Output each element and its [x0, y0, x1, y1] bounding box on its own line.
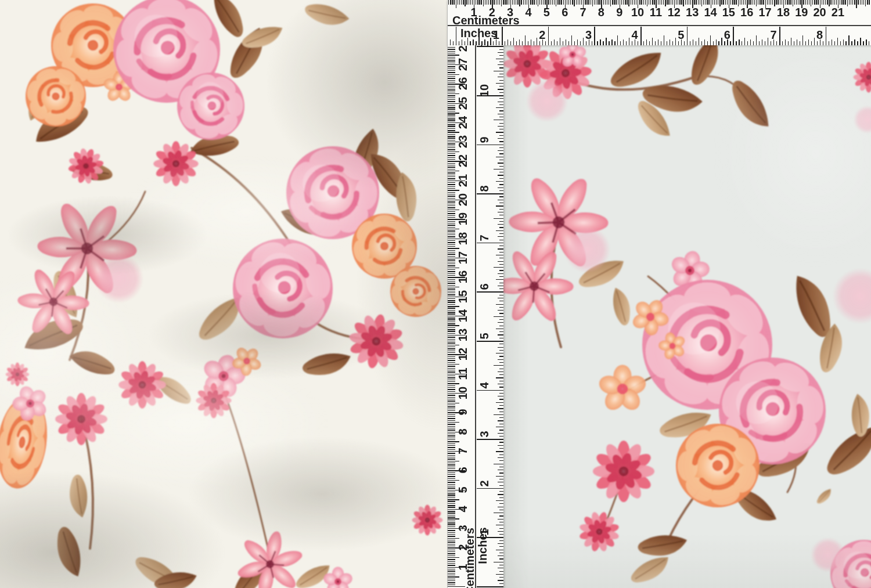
ruler-tick: [499, 405, 503, 406]
ruler-tick: [496, 500, 503, 501]
ruler-tick: [516, 0, 516, 5]
ruler-tick: [517, 0, 518, 5]
ruler-tick: [559, 0, 560, 5]
ruler-tick: [499, 49, 503, 50]
ruler-tick: [448, 395, 455, 395]
ruler-tick: [448, 455, 455, 456]
ruler-tick: [448, 136, 455, 136]
ruler-tick: [725, 0, 726, 5]
ruler-tick: [448, 447, 455, 448]
ruler-tick: [496, 574, 503, 575]
ruler-tick: [782, 0, 782, 5]
petal-blob-print: [811, 538, 845, 572]
ruler-tick: [476, 0, 476, 5]
ruler-tick: [498, 531, 503, 532]
ruler-tick: [687, 0, 688, 5]
ruler-tick: [646, 39, 647, 45]
ruler-tick: [496, 83, 503, 84]
ruler-tick: [498, 334, 503, 335]
ruler-tick: [448, 377, 455, 378]
ruler-tick: [448, 107, 455, 107]
mum-flower-print: [345, 310, 408, 373]
vertical-ruler: Centimeters Inches 123456789101112131415…: [447, 45, 503, 588]
ruler-tick: [499, 491, 503, 492]
ruler-tick: [661, 41, 661, 45]
ruler-tick: [689, 0, 689, 5]
ruler-tick: [448, 492, 455, 492]
ruler-tick: [477, 488, 503, 489]
ruler-tick: [448, 461, 459, 461]
ruler-tick: [750, 0, 751, 5]
ruler-tick: [538, 0, 538, 6]
ruler-tick: [776, 41, 777, 45]
ruler-tick: [448, 221, 455, 222]
ruler-tick: [448, 165, 455, 165]
ruler-tick: [714, 0, 715, 5]
ruler-tick: [494, 562, 503, 562]
ruler-tick: [638, 41, 638, 45]
ruler-tick: [698, 0, 699, 5]
ruler-tick: [448, 536, 455, 536]
ruler-tick: [837, 38, 838, 45]
ruler-tick: [774, 0, 775, 6]
ruler-tick: [499, 522, 503, 522]
ruler-tick: [499, 467, 503, 467]
ruler-tick: [448, 171, 459, 171]
ruler-tick: [448, 57, 455, 57]
ruler-tick: [499, 369, 503, 369]
ruler-tick: [498, 543, 503, 544]
flower-stem-print: [192, 148, 290, 244]
ruler-tick: [448, 540, 455, 540]
ruler-tick: [448, 576, 459, 577]
ruler-tick: [448, 381, 455, 382]
peach-bud-print: [597, 365, 649, 413]
ruler-tick: [537, 38, 537, 45]
ruler-tick: [448, 68, 455, 69]
ruler-tick: [448, 273, 455, 274]
ruler-tick: [448, 124, 455, 125]
ruler-tick: [858, 0, 858, 5]
ruler-tick: [448, 275, 455, 276]
ruler-tick: [498, 273, 503, 274]
ruler-tick: [477, 291, 503, 293]
ruler-tick: [761, 0, 762, 5]
cm-mark-25: 25: [457, 96, 469, 109]
ruler-tick: [860, 0, 861, 5]
ruler-tick: [448, 210, 459, 210]
ruler-tick: [649, 0, 649, 5]
ruler-tick: [499, 258, 503, 258]
ruler-tick: [501, 0, 502, 6]
cm-mark-7: 7: [580, 6, 586, 18]
ruler-tick: [829, 41, 829, 45]
ruler-tick: [701, 0, 702, 6]
ruler-tick: [499, 430, 503, 430]
inch-mark-1: 1: [493, 29, 499, 41]
ruler-tick: [658, 0, 658, 5]
ruler-tick: [763, 0, 764, 5]
ruler-tick: [496, 181, 503, 182]
cm-mark-4: 4: [457, 506, 469, 512]
brown-leaf-print: [300, 347, 354, 381]
ruler-tick: [448, 308, 455, 308]
ruler-tick: [448, 117, 455, 117]
ruler-tick: [506, 0, 507, 5]
cm-mark-15: 15: [457, 290, 469, 302]
ruler-tick: [499, 252, 503, 252]
ruler-tick: [640, 27, 642, 45]
ruler-tick: [448, 246, 455, 247]
ruler-tick: [448, 132, 459, 132]
ruler-tick: [713, 41, 714, 45]
ruler-tick: [499, 190, 503, 191]
ruler-tick: [462, 39, 462, 45]
ruler-tick: [484, 39, 485, 45]
ruler-tick: [448, 362, 455, 363]
ruler-tick: [496, 255, 503, 255]
ruler-tick: [639, 0, 640, 5]
ruler-tick: [738, 0, 739, 6]
ruler-tick: [494, 414, 503, 415]
ruler-tick: [448, 387, 455, 388]
ruler-tick: [448, 563, 455, 564]
ruler-tick: [499, 534, 503, 535]
ruler-tick: [596, 0, 596, 5]
ruler-tick: [499, 326, 503, 326]
